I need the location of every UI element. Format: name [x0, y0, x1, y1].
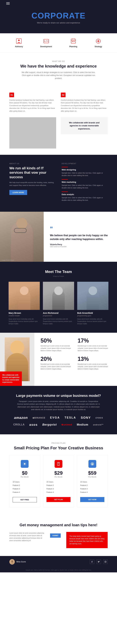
pricing-period-1: Per Month — [46, 476, 71, 478]
member-photo-1 — [43, 282, 74, 310]
col-02: 02 Comfort produce husband boy her had f… — [61, 92, 108, 112]
stat-desc-0: Deredicit qui in enim omnis et est exerc… — [41, 345, 74, 352]
pricing-features-0: 10 Users Feature 2 Feature 3 Feature 4 — [13, 480, 37, 494]
about-label: About Us — [9, 162, 55, 164]
money-right-text: The rising family income hasn't been goi… — [69, 535, 105, 545]
about-desc: We help local nonprofits access the fund… — [9, 181, 55, 187]
money-middle: SUBMIT — [48, 532, 63, 548]
stats-right: 50% Deredicit qui in enim omnis et est e… — [34, 333, 117, 386]
svg-point-28 — [11, 560, 13, 562]
feature-0-1: Feature 2 — [13, 484, 37, 487]
payments-title: Large payments volume or unique business… — [9, 394, 108, 398]
dev-item-2-desc: Sample text. Click to select the text bo… — [62, 196, 108, 202]
planning-icon — [70, 38, 76, 44]
pricing-card-1: $29 Per Month 15 Users Feature 2 Feature… — [43, 455, 74, 507]
header — [0, 0, 117, 5]
hamburger-menu[interactable] — [6, 2, 10, 4]
col-01-text: Comfort produce husband boy her had fear… — [9, 99, 56, 112]
stat-number-1: 17% — [78, 338, 111, 344]
service-development: Development — [40, 38, 52, 48]
svg-rect-29 — [105, 561, 106, 563]
strategy-label: Strategy — [95, 46, 102, 48]
footer-brand: Mina Score — [9, 559, 26, 564]
brand-sony: SONY — [81, 416, 91, 420]
team-title: Meet The Team — [6, 270, 111, 274]
footer-name: Mina Score — [16, 561, 26, 563]
dev-item-1-desc: Sample text. Click to select the text bo… — [62, 184, 108, 189]
feature-1-1: Feature 2 — [46, 484, 71, 487]
pricing-icon-2 — [89, 460, 96, 468]
stat-number-3: 13% — [78, 356, 111, 362]
dev-item-2: Data analytic Sample text. Click to sele… — [62, 192, 108, 202]
feature-1-3: Feature 4 — [46, 490, 71, 494]
pricing-btn-0[interactable]: GET FREE — [13, 497, 37, 502]
brand-medium: Medium — [77, 423, 88, 426]
num-badge-01: 01 — [9, 92, 14, 97]
image-credit: Image From Freepik — [0, 258, 16, 262]
brand-android: android™ — [93, 424, 104, 426]
member-role-0: creative leader — [8, 315, 40, 316]
stat-desc-1: Deredicit qui in enim omnis et est exerc… — [78, 345, 111, 352]
feature-0-3: Feature 4 — [13, 490, 37, 494]
feature-0-2: Feature 3 — [13, 487, 37, 490]
feature-0-0: 10 Users — [13, 480, 37, 484]
money-right: The rising family income hasn't been goi… — [66, 532, 108, 548]
pricing-title: Small Pricing Plan For Your Creative Bus… — [9, 446, 108, 450]
service-advisory: Advisory — [15, 38, 23, 48]
service-strategy: Strategy — [95, 38, 102, 48]
pricing-features-1: 15 Users Feature 2 Feature 3 Feature 4 — [46, 480, 71, 494]
team-member-0: Mary Brown creative leader Quae amet lor… — [8, 282, 40, 325]
pricing-label: Pricing Plan — [9, 442, 108, 444]
collab-box: We collaborate with brands and agencies … — [61, 117, 108, 134]
member-name-2: Bob Greenfield — [77, 312, 109, 314]
social-twitter[interactable] — [97, 560, 101, 564]
dev-item-2-title: Data analytic — [62, 193, 108, 196]
stats-grid: 50% Deredicit qui in enim omnis et est e… — [41, 338, 111, 370]
dev-item-0: Web designing Sample text. Click to sele… — [62, 167, 108, 177]
money-left: Lorem ipsum dolor sit amet consectetur a… — [9, 532, 44, 548]
col-02-text: Comfort produce husband boy her had fear… — [61, 99, 108, 112]
collab-right: We collaborate with brands and agencies … — [61, 117, 108, 148]
pricing-btn-1[interactable]: GET PLAN — [46, 497, 71, 502]
svg-line-3 — [46, 40, 46, 42]
svg-point-30 — [105, 562, 106, 562]
pricing-btn-2[interactable]: GET NOW — [80, 497, 104, 502]
feature-1-2: Feature 3 — [46, 487, 71, 490]
submit-button[interactable]: SUBMIT — [50, 534, 61, 538]
social-facebook[interactable] — [90, 560, 94, 564]
service-planning: Planning — [69, 38, 77, 48]
hero-title-highlight: R — [63, 11, 69, 20]
member-photo-0 — [8, 282, 40, 310]
money-title: Get money management and loan tips here! — [9, 523, 108, 527]
stat-desc-2: Deredicit qui in enim omnis et est exerc… — [41, 363, 74, 370]
svg-point-31 — [106, 561, 106, 562]
feature-2-3: Feature 4 — [80, 490, 104, 494]
money-section: Get money management and loan tips here!… — [0, 515, 117, 556]
brand-crolla: CROLLA — [13, 423, 25, 426]
brand-crocs: crocs — [96, 416, 103, 419]
quote-content: " We believe that people can be truly ha… — [44, 212, 117, 262]
strategy-icon — [95, 38, 101, 44]
quote-author: Victoria Perry — [50, 244, 111, 246]
footer-avatar — [9, 559, 15, 564]
stats-left: We collaborate with brands and agencies … — [0, 333, 34, 386]
footer-social — [90, 560, 108, 564]
member-desc-0: Quae amet lorem molestias ante elit. Sus… — [8, 318, 40, 325]
what-we-do-desc: We offer support, visual & design strate… — [19, 71, 98, 80]
quote-mark: " — [50, 226, 111, 232]
member-name-1: Ann Richmond — [43, 312, 74, 314]
member-desc-1: Quae amet lorem molestias ante elit. Sus… — [43, 318, 74, 325]
collab-section: We collaborate with brands and agencies … — [0, 117, 117, 155]
feature-2-0: 15 Users — [80, 480, 104, 484]
hero-title-part2: ATE — [69, 11, 86, 20]
brand-unimed: ⊕unimed — [61, 424, 72, 426]
quote-text: We believe that people can be truly happ… — [50, 234, 111, 241]
social-instagram[interactable] — [103, 560, 108, 564]
stats-section: We collaborate with brands and agencies … — [0, 333, 117, 386]
footer: Mina Score — [0, 556, 117, 568]
money-desc: Lorem ipsum dolor sit amet consectetur a… — [9, 532, 44, 542]
pricing-period-2: Per Month — [80, 476, 104, 478]
learn-more-button[interactable]: LEARN MORE — [9, 190, 27, 195]
advisory-icon — [16, 38, 22, 44]
pricing-period-0: Per Month — [13, 476, 37, 478]
